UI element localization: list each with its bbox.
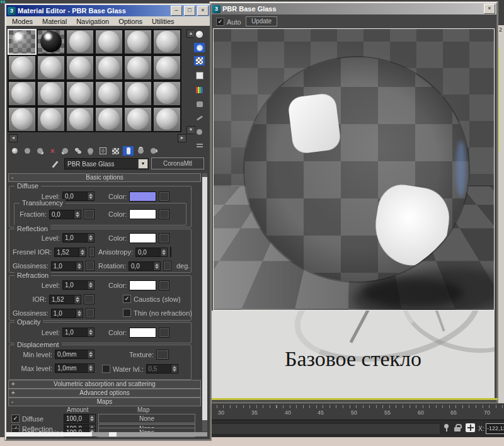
refraction-color-map-button[interactable] (159, 280, 169, 290)
refraction-glossiness-map-button[interactable] (86, 308, 94, 318)
spinner-arrows[interactable] (88, 280, 94, 290)
map-slot-button[interactable]: None (98, 414, 195, 423)
material-name-dropdown[interactable]: PBR Base Glass ▼ (64, 158, 149, 169)
put-to-library-icon[interactable] (85, 146, 96, 156)
make-unique-icon[interactable] (72, 146, 83, 156)
sample-uv-tiling-icon[interactable] (194, 71, 205, 80)
sample-slot-active[interactable] (8, 29, 37, 55)
material-id-channel-icon[interactable]: 0 (98, 146, 108, 156)
fresnel-ior-spinner[interactable]: 1,52 (54, 248, 86, 257)
opacity-level-spinner[interactable]: 1,0 (62, 328, 94, 337)
translucency-color-swatch[interactable] (129, 209, 156, 219)
reset-material-icon[interactable]: × (47, 146, 58, 156)
opacity-color-map-button[interactable] (159, 328, 169, 338)
map-enable-checkbox[interactable]: ✓ (11, 415, 20, 423)
sample-slot[interactable] (123, 29, 152, 55)
dropdown-arrow-button[interactable]: ▼ (138, 159, 148, 169)
thin-checkbox[interactable] (123, 309, 131, 317)
go-forward-to-sibling-icon[interactable] (148, 146, 159, 156)
refraction-level-spinner[interactable]: 1,0 (62, 280, 94, 290)
sample-slot[interactable] (8, 106, 37, 132)
timeline-trackbar[interactable]: 30 35 40 45 50 55 60 65 70 (210, 403, 504, 420)
diffuse-color-swatch[interactable] (129, 192, 156, 202)
ior-map-button[interactable] (84, 294, 94, 304)
sample-slot[interactable] (66, 106, 94, 132)
sample-slot[interactable] (8, 81, 37, 106)
max-level-spinner[interactable]: 1,0mm (55, 363, 94, 373)
scrollbar-notch[interactable] (109, 432, 117, 437)
sample-slot[interactable] (37, 106, 66, 132)
opacity-color-swatch[interactable] (129, 328, 156, 338)
backlight-icon[interactable] (194, 43, 205, 52)
caustics-checkbox[interactable]: ✓ (123, 295, 131, 303)
map-amount-spinner[interactable]: 100,0 (64, 414, 96, 423)
rotation-map-button[interactable] (163, 261, 171, 271)
show-material-in-viewport-icon[interactable] (110, 146, 121, 156)
spinner-arrows[interactable] (88, 192, 94, 201)
sample-slot[interactable] (123, 81, 152, 106)
make-material-copy-icon[interactable] (60, 146, 71, 156)
sample-slot[interactable] (152, 55, 181, 81)
spinner-arrows[interactable] (76, 261, 83, 271)
x-coordinate-field[interactable]: -122,123m (486, 423, 504, 434)
maximize-button[interactable]: □ (184, 6, 195, 16)
spinner-arrows[interactable] (74, 295, 81, 304)
rollout-basic-options[interactable]: - Basic options (8, 173, 201, 182)
sample-slot[interactable] (66, 55, 94, 81)
sample-slot[interactable] (37, 55, 66, 81)
sample-slot[interactable] (94, 106, 123, 132)
spinner-arrows[interactable] (154, 261, 161, 271)
render-window-titlebar[interactable]: 3 PBR Base Glass × (211, 3, 496, 14)
make-preview-icon[interactable] (194, 100, 205, 109)
material-editor-titlebar[interactable]: 3 Material Editor - PBR Base Glass – □ × (6, 5, 210, 16)
rotation-spinner[interactable]: 0,0 (129, 261, 161, 271)
scroll-left-button[interactable]: ◄ (9, 134, 18, 142)
video-color-check-icon[interactable] (194, 85, 205, 94)
sample-type-icon[interactable] (194, 30, 205, 39)
ior-spinner[interactable]: 1,52 (49, 295, 81, 304)
refraction-glossiness-spinner[interactable]: 1,0 (51, 309, 83, 318)
get-material-icon[interactable] (9, 146, 20, 156)
spinner-arrows[interactable] (74, 210, 81, 219)
sample-slot[interactable] (123, 106, 152, 132)
thin-label[interactable]: Thin (no refraction) (134, 309, 192, 317)
options-icon[interactable] (194, 113, 205, 123)
sample-slot[interactable] (94, 81, 123, 106)
reflection-color-map-button[interactable] (159, 233, 169, 243)
sample-slot[interactable] (66, 81, 94, 106)
scroll-right-button[interactable]: ► (178, 134, 186, 142)
close-button[interactable]: × (197, 6, 209, 16)
background-toggle-icon[interactable] (194, 56, 205, 66)
params-vertical-scrollbar[interactable] (202, 173, 207, 432)
sample-slot[interactable] (66, 29, 94, 55)
select-by-material-icon[interactable] (194, 127, 205, 137)
menu-modes[interactable]: Modes (12, 18, 33, 25)
water-level-label[interactable]: Water lvl.: (113, 365, 144, 373)
diffuse-color-map-button[interactable] (159, 192, 169, 202)
menu-material[interactable]: Material (42, 18, 67, 25)
sample-slot[interactable] (94, 55, 123, 81)
go-to-parent-icon[interactable] (135, 146, 146, 156)
anisotropy-spinner[interactable]: 0,0 (135, 248, 168, 257)
show-end-result-icon[interactable] (123, 146, 134, 156)
minimize-button[interactable]: – (171, 6, 182, 16)
pick-material-eyedropper[interactable] (53, 159, 62, 168)
texture-map-button[interactable] (156, 350, 169, 360)
spinner-arrows[interactable] (161, 248, 168, 257)
spinner-arrows[interactable] (88, 350, 94, 359)
spinner-arrows[interactable] (89, 414, 96, 423)
fresnel-map-button[interactable] (89, 247, 94, 257)
reflection-glossiness-spinner[interactable]: 1,0 (51, 261, 83, 271)
scrollbar-thumb[interactable] (6, 432, 92, 437)
spinner-arrows[interactable] (88, 328, 94, 337)
material-class-button[interactable]: CoronaMtl (151, 157, 204, 169)
translucency-color-map-button[interactable] (159, 209, 169, 219)
sample-slot[interactable] (37, 29, 66, 55)
menu-navigation[interactable]: Navigation (76, 18, 109, 25)
spinner-arrows[interactable] (79, 248, 86, 257)
rollout-advanced[interactable]: + Advanced options (8, 389, 201, 397)
auto-update-checkbox[interactable]: ✓ (216, 18, 224, 26)
min-level-spinner[interactable]: 0,0mm (55, 350, 94, 359)
sample-slot[interactable] (8, 55, 37, 81)
sample-slot[interactable] (37, 81, 66, 106)
